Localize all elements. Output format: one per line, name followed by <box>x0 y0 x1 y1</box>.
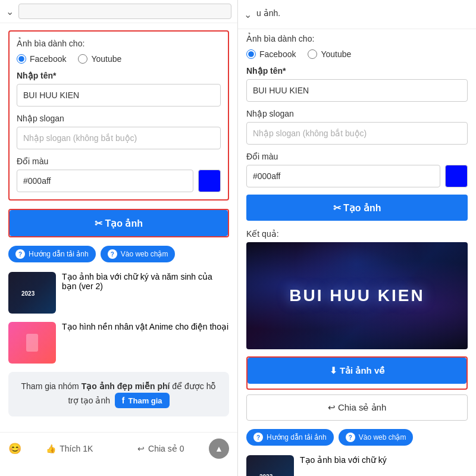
left-radio-facebook[interactable]: Facebook <box>17 54 66 64</box>
left-slow-icon: ? <box>108 249 117 259</box>
left-thumb-1: 2023 <box>8 272 56 314</box>
right-color-row <box>246 165 468 187</box>
right-article-text[interactable]: Tạo ảnh bìa với chữ ký <box>300 455 468 476</box>
right-radio-youtube[interactable]: Youtube <box>308 49 351 59</box>
left-article-1-title: Tạo ảnh bìa với chữ ký và năm sinh của b… <box>62 272 212 291</box>
left-join-section: Tham gia nhóm Tạo ảnh đẹp miễn phí để đư… <box>8 372 229 416</box>
right-result-image: BUI HUU KIEN <box>246 242 468 349</box>
right-content: Ảnh bìa dành cho: Facebook Youtube Nhập … <box>238 29 476 476</box>
fb-icon: f <box>122 396 125 405</box>
left-thumb-2-img <box>8 322 56 364</box>
left-name-input[interactable] <box>17 84 221 107</box>
left-fb-label: Facebook <box>30 54 66 64</box>
left-slogan-input[interactable] <box>17 127 221 149</box>
left-top-bar: ⌄ <box>0 0 237 23</box>
left-join-bold: Tạo ảnh đẹp miễn phí <box>82 381 170 391</box>
left-share-label: Chia sẻ 0 <box>148 444 184 453</box>
right-color-swatch[interactable] <box>445 165 468 187</box>
right-name-input[interactable] <box>246 79 468 102</box>
left-like-label: Thích 1K <box>60 444 93 453</box>
left-guide-icon: ? <box>15 249 25 259</box>
scroll-top-button[interactable]: ▲ <box>209 439 229 459</box>
left-slow-web-btn[interactable]: ? Vào web chậm <box>101 246 176 262</box>
left-create-button[interactable]: ✂ Tạo ảnh <box>10 210 228 236</box>
like-icon: 👍 <box>46 444 56 453</box>
right-yt-label: Youtube <box>321 49 351 59</box>
right-section-title: Ảnh bìa dành cho: <box>246 34 468 43</box>
right-radio-group: Facebook Youtube <box>246 49 468 59</box>
right-color-label: Đổi màu <box>246 152 468 161</box>
right-slow-label: Vào web chậm <box>359 433 406 441</box>
share-icon: ↩ <box>137 444 145 453</box>
right-download-button[interactable]: ⬇ Tải ảnh về <box>248 358 466 384</box>
right-radio-yt-input[interactable] <box>308 49 317 59</box>
svg-text:2023: 2023 <box>21 290 35 297</box>
right-guide-icon: ? <box>253 433 263 442</box>
right-thumb-svg: 2023 <box>258 467 282 476</box>
right-create-button[interactable]: ✂ Tạo ảnh <box>246 195 468 221</box>
left-like-button[interactable]: 👍 Thích 1K <box>26 439 113 458</box>
left-join-text1: Tham gia nhóm <box>21 381 82 391</box>
right-guide-label: Hướng dẫn tải ảnh <box>267 433 327 441</box>
left-guide-label: Hướng dẫn tải ảnh <box>29 250 89 258</box>
left-radio-youtube[interactable]: Youtube <box>78 54 121 64</box>
left-share-button[interactable]: ↩ Chia sẻ 0 <box>118 439 205 458</box>
left-create-btn-wrapper: ✂ Tạo ảnh <box>8 209 229 237</box>
right-slogan-input[interactable] <box>246 122 468 145</box>
left-radio-fb-input[interactable] <box>17 54 26 64</box>
emoji-icon: 😊 <box>8 442 21 455</box>
left-radio-yt-input[interactable] <box>78 54 87 64</box>
left-slogan-label: Nhập slogan <box>17 114 221 123</box>
left-article-2: Tạo hình nền nhân vật Anime cho điện tho… <box>8 322 229 364</box>
right-form-section: Ảnh bìa dành cho: Facebook Youtube Nhập … <box>246 29 468 476</box>
svg-text:2023: 2023 <box>259 474 273 476</box>
left-radio-group: Facebook Youtube <box>17 54 221 64</box>
left-yt-label: Youtube <box>91 54 121 64</box>
left-panel-content: Ảnh bìa dành cho: Facebook Youtube Nhập … <box>0 23 237 432</box>
right-color-input[interactable] <box>246 165 440 187</box>
right-top-text: u ảnh. <box>256 4 280 25</box>
svg-rect-1 <box>26 334 38 352</box>
left-thumb-2 <box>8 322 56 364</box>
right-radio-fb-input[interactable] <box>246 49 256 59</box>
right-article-thumb: 2023 <box>246 455 294 476</box>
left-name-label: Nhập tên* <box>17 71 221 80</box>
right-name-label: Nhập tên* <box>246 66 468 76</box>
right-download-wrapper: ⬇ Tải ảnh về <box>246 356 468 390</box>
right-slogan-label: Nhập slogan <box>246 109 468 118</box>
chevron-down-icon[interactable]: ⌄ <box>6 6 14 17</box>
left-bottom-actions: 😊 👍 Thích 1K ↩ Chia sẻ 0 ▲ <box>0 432 237 465</box>
left-panel: ⌄ Ảnh bìa dành cho: Facebook Youtube Nhậ… <box>0 0 238 476</box>
left-color-swatch[interactable] <box>198 170 221 192</box>
right-result-name: BUI HUU KIEN <box>289 286 424 305</box>
right-fb-label: Facebook <box>259 49 296 59</box>
right-slow-icon: ? <box>346 433 355 442</box>
right-slow-web-btn[interactable]: ? Vào web chậm <box>339 429 414 446</box>
left-guide-btn[interactable]: ? Hướng dẫn tải ảnh <box>8 246 96 262</box>
left-slow-label: Vào web chậm <box>121 250 168 258</box>
left-thumb-1-img: 2023 <box>8 272 56 314</box>
right-result-label: Kết quả: <box>246 229 468 239</box>
right-guide-btn[interactable]: ? Hướng dẫn tải ảnh <box>246 429 334 446</box>
left-color-label: Đổi màu <box>17 156 221 166</box>
left-join-button[interactable]: f Tham gia <box>115 393 170 408</box>
right-article-title: Tạo ảnh bìa với chữ ký <box>300 455 387 465</box>
left-join-btn-label: Tham gia <box>129 396 162 405</box>
right-top-bar: ⌄ u ảnh. <box>238 0 476 29</box>
left-article-2-title: Tạo hình nền nhân vật Anime cho điện tho… <box>62 322 228 331</box>
right-panel: ⌄ u ảnh. Ảnh bìa dành cho: Facebook Yout… <box>238 0 476 476</box>
left-pill-buttons: ? Hướng dẫn tải ảnh ? Vào web chậm <box>8 246 229 262</box>
right-radio-facebook[interactable]: Facebook <box>246 49 296 59</box>
right-share-button[interactable]: ↩ Chia sẻ ảnh <box>246 394 468 421</box>
right-pill-buttons: ? Hướng dẫn tải ảnh ? Vào web chậm <box>246 429 468 446</box>
left-form-box: Ảnh bìa dành cho: Facebook Youtube Nhập … <box>8 30 229 201</box>
right-article-card: 2023 Tạo ảnh bìa với chữ ký <box>246 455 468 476</box>
left-article-1-text[interactable]: Tạo ảnh bìa với chữ ký và năm sinh của b… <box>62 272 229 291</box>
left-article-2-text[interactable]: Tạo hình nền nhân vật Anime cho điện tho… <box>62 322 229 331</box>
left-url-bar[interactable] <box>18 4 231 19</box>
left-article-1: 2023 Tạo ảnh bìa với chữ ký và năm sinh … <box>8 272 229 314</box>
left-color-row <box>17 170 221 192</box>
left-color-input[interactable] <box>17 170 193 192</box>
right-chevron-icon[interactable]: ⌄ <box>244 9 252 20</box>
left-section-title: Ảnh bìa dành cho: <box>17 39 221 48</box>
